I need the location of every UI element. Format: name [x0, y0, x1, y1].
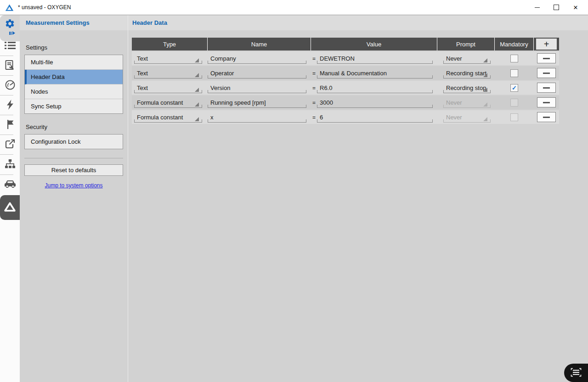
table-row: Text Company = DEWETRON Never — [132, 51, 559, 65]
table-row: Text Version = R6.0 Recording stop ✓ — [132, 81, 559, 95]
name-input[interactable]: Company — [208, 53, 306, 64]
minus-icon — [543, 102, 550, 103]
mandatory-checkbox[interactable] — [510, 55, 518, 62]
table-row: Text Operator = Manual & Documentation R… — [132, 66, 559, 80]
reset-to-defaults-button[interactable]: Reset to defaults — [24, 164, 123, 176]
export-share-icon — [5, 139, 15, 151]
sidebar-item-multi-file[interactable]: Multi-file — [25, 55, 123, 70]
sidebar-item-screen-setup[interactable] — [0, 57, 20, 74]
value-input[interactable]: DEWETRON — [317, 53, 433, 64]
channel-list-icon — [5, 41, 16, 51]
sidebar-item-markers[interactable] — [0, 117, 20, 133]
name-input[interactable]: Running speed [rpm] — [208, 97, 306, 108]
column-header-type: Type — [132, 38, 208, 51]
close-icon: ✕ — [573, 5, 578, 11]
lightning-bolt-icon — [6, 99, 15, 112]
window-controls: ✕ — [527, 0, 585, 15]
column-header-value: Value — [311, 38, 437, 51]
mandatory-checkbox[interactable] — [510, 69, 518, 77]
sidebar-item-header-data[interactable]: Header Data — [25, 70, 123, 84]
mandatory-checkbox — [510, 113, 518, 121]
equals-sign: = — [311, 56, 317, 62]
flag-icon — [6, 119, 15, 131]
equals-sign: = — [311, 100, 317, 106]
panel-divider — [24, 158, 123, 158]
prompt-dropdown[interactable]: Never — [443, 53, 491, 64]
window-title: * unsaved - OXYGEN — [18, 4, 71, 11]
type-dropdown[interactable]: Formula constant — [134, 112, 202, 123]
minus-icon — [543, 87, 550, 89]
prompt-dropdown[interactable]: Recording start — [443, 67, 491, 79]
minus-icon — [543, 117, 550, 118]
dropdown-arrow-icon — [483, 73, 487, 77]
remove-row-button[interactable] — [537, 68, 556, 78]
value-input[interactable]: Manual & Documentation — [317, 67, 433, 79]
gauge-icon — [5, 79, 16, 92]
dropdown-arrow-icon — [483, 88, 487, 92]
equals-sign: = — [311, 85, 317, 91]
prompt-dropdown[interactable]: Recording stop — [443, 82, 491, 93]
close-button[interactable]: ✕ — [566, 0, 585, 15]
sidebar-item-dewetron-home[interactable] — [0, 195, 20, 220]
page-title: Header Data — [132, 19, 167, 26]
value-input[interactable]: 6 — [317, 112, 433, 123]
dropdown-arrow-icon — [483, 102, 487, 107]
name-input[interactable]: Version — [208, 82, 306, 93]
minus-icon — [543, 73, 550, 74]
type-dropdown[interactable]: Text — [134, 53, 202, 64]
settings-panel: Measurement Settings Settings Multi-file… — [20, 15, 128, 382]
remove-row-button[interactable] — [537, 112, 556, 122]
dropdown-arrow-icon — [195, 102, 199, 107]
jump-to-system-options-link[interactable]: Jump to system options — [20, 182, 128, 189]
sidebar-item-export[interactable] — [0, 136, 20, 153]
mandatory-checkbox[interactable]: ✓ — [510, 84, 518, 92]
dropdown-arrow-icon — [195, 88, 199, 92]
maximize-icon — [554, 5, 559, 10]
sidebar-item-configuration-lock[interactable]: Configuration Lock — [25, 135, 123, 149]
mandatory-checkbox — [510, 99, 518, 107]
minimize-icon — [535, 7, 540, 8]
value-input[interactable]: 3000 — [317, 97, 433, 108]
remove-row-button[interactable] — [537, 83, 556, 93]
remove-row-button[interactable] — [537, 53, 556, 63]
sidebar-item-measurement[interactable] — [0, 77, 20, 94]
name-input[interactable]: Operator — [208, 67, 306, 79]
column-header-name: Name — [208, 38, 311, 51]
minimize-button[interactable] — [527, 0, 547, 15]
prompt-dropdown: Never — [443, 97, 491, 108]
sidebar-item-power[interactable] — [0, 97, 20, 113]
type-dropdown[interactable]: Text — [134, 82, 202, 93]
sidebar-item-channel-list[interactable] — [0, 38, 20, 54]
sidebar-item-vehicle[interactable] — [0, 176, 20, 193]
channel-list-overlay-icon — [571, 368, 582, 378]
value-input[interactable]: R6.0 — [317, 82, 433, 93]
dropdown-arrow-icon — [195, 58, 199, 62]
type-dropdown[interactable]: Text — [134, 67, 202, 79]
sidebar-item-network[interactable] — [0, 156, 20, 173]
security-group-label: Security — [26, 124, 128, 130]
minus-icon — [543, 58, 550, 59]
security-list: Configuration Lock — [24, 134, 123, 149]
equals-sign: = — [311, 70, 317, 77]
main-panel-header: Header Data — [128, 15, 588, 30]
name-input[interactable]: x — [208, 112, 306, 123]
settings-list: Multi-file Header Data Nodes Sync Setup — [24, 55, 123, 114]
type-dropdown[interactable]: Formula constant — [134, 97, 202, 108]
table-header-row: Type Name Value Prompt Mandatory + — [132, 38, 559, 51]
settings-group-label: Settings — [26, 44, 128, 51]
settings-panel-title: Measurement Settings — [26, 19, 90, 26]
sidebar-item-nodes[interactable]: Nodes — [25, 84, 123, 99]
sidebar-item-sync-setup[interactable]: Sync Setup — [25, 99, 123, 113]
sidebar-divider — [0, 115, 13, 115]
sidebar — [0, 15, 20, 382]
maximize-button[interactable] — [547, 0, 566, 15]
header-data-table: Type Name Value Prompt Mandatory + Text … — [132, 38, 559, 124]
settings-gear-icon — [5, 18, 15, 31]
record-play-icon — [9, 31, 15, 35]
table-row: Formula constant Running speed [rpm] = 3… — [132, 96, 559, 109]
add-row-button[interactable]: + — [536, 39, 557, 50]
settings-panel-header: Measurement Settings — [20, 15, 128, 30]
remove-row-button[interactable] — [537, 97, 556, 107]
channel-list-overlay-button[interactable] — [564, 364, 588, 382]
sidebar-divider — [0, 95, 13, 96]
